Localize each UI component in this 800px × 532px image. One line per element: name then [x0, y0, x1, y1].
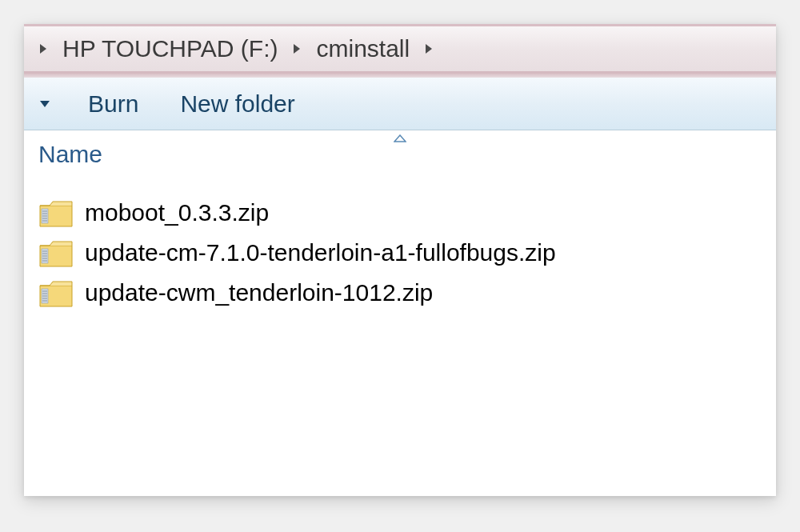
zip-file-icon [38, 198, 74, 228]
chevron-right-icon[interactable] [419, 33, 438, 65]
file-list: moboot_0.3.3.zip update-cm-7.1.0-tenderl… [24, 177, 776, 329]
toolbar: Burn New folder [24, 78, 776, 130]
breadcrumb-item-drive[interactable]: HP TOUCHPAD (F:) [56, 35, 284, 62]
zip-file-icon [38, 238, 74, 268]
file-item[interactable]: update-cm-7.1.0-tenderloin-a1-fullofbugs… [38, 233, 762, 273]
file-name-label: update-cm-7.1.0-tenderloin-a1-fullofbugs… [85, 239, 556, 266]
column-header-name[interactable]: Name [38, 141, 102, 168]
organize-dropdown-icon[interactable] [38, 99, 51, 109]
file-item[interactable]: moboot_0.3.3.zip [38, 193, 762, 233]
column-header-bar: Name [24, 130, 776, 177]
address-bar[interactable]: HP TOUCHPAD (F:) cminstall [24, 24, 776, 74]
breadcrumb: HP TOUCHPAD (F:) cminstall [34, 33, 438, 65]
zip-file-icon [38, 278, 74, 308]
burn-button[interactable]: Burn [83, 89, 143, 119]
new-folder-button[interactable]: New folder [175, 89, 299, 119]
file-name-label: moboot_0.3.3.zip [85, 199, 269, 226]
sort-ascending-icon [394, 132, 406, 145]
chevron-right-icon[interactable] [34, 33, 53, 65]
breadcrumb-item-folder[interactable]: cminstall [310, 35, 416, 62]
file-item[interactable]: update-cwm_tenderloin-1012.zip [38, 273, 762, 313]
chevron-right-icon[interactable] [287, 33, 306, 65]
explorer-window: HP TOUCHPAD (F:) cminstall Burn New fold… [24, 24, 776, 496]
file-name-label: update-cwm_tenderloin-1012.zip [85, 279, 433, 306]
